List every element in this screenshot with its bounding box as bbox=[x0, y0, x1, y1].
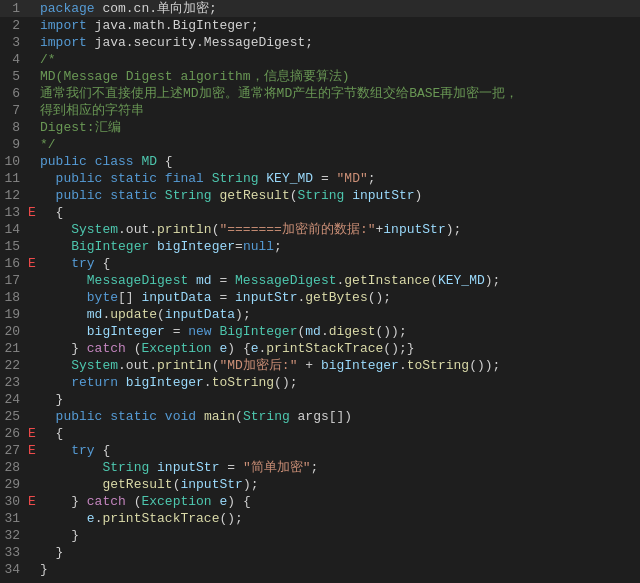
code-line: 7 得到相应的字符串 bbox=[0, 102, 640, 119]
line-content: import java.math.BigInteger; bbox=[36, 17, 640, 34]
line-content: byte[] inputData = inputStr.getBytes(); bbox=[36, 289, 640, 306]
line-number: 4 bbox=[0, 51, 28, 68]
line-content: BigInteger bigInteger=null; bbox=[36, 238, 640, 255]
gutter-marker bbox=[28, 85, 36, 102]
gutter-marker bbox=[28, 391, 36, 408]
line-content: } bbox=[36, 561, 640, 578]
gutter-marker bbox=[28, 544, 36, 561]
line-number: 22 bbox=[0, 357, 28, 374]
code-line: 18 byte[] inputData = inputStr.getBytes(… bbox=[0, 289, 640, 306]
code-line: 2 import java.math.BigInteger; bbox=[0, 17, 640, 34]
gutter-marker bbox=[28, 102, 36, 119]
gutter-marker bbox=[28, 17, 36, 34]
line-number: 21 bbox=[0, 340, 28, 357]
line-number: 3 bbox=[0, 34, 28, 51]
gutter-marker bbox=[28, 476, 36, 493]
line-content: bigInteger = new BigInteger(md.digest())… bbox=[36, 323, 640, 340]
line-content: MD(Message Digest algorithm，信息摘要算法) bbox=[36, 68, 640, 85]
code-line: 26E { bbox=[0, 425, 640, 442]
code-line: 9 */ bbox=[0, 136, 640, 153]
gutter-marker bbox=[28, 170, 36, 187]
gutter-marker bbox=[28, 119, 36, 136]
gutter-marker bbox=[28, 374, 36, 391]
code-line: 27E try { bbox=[0, 442, 640, 459]
gutter-marker bbox=[28, 459, 36, 476]
line-content: getResult(inputStr); bbox=[36, 476, 640, 493]
line-number: 34 bbox=[0, 561, 28, 578]
line-number: 18 bbox=[0, 289, 28, 306]
gutter-marker bbox=[28, 153, 36, 170]
gutter-marker bbox=[28, 357, 36, 374]
code-line: 12 public static String getResult(String… bbox=[0, 187, 640, 204]
line-content: public class MD { bbox=[36, 153, 640, 170]
line-number: 28 bbox=[0, 459, 28, 476]
line-content: System.out.println("=======加密前的数据:"+inpu… bbox=[36, 221, 640, 238]
code-line: 5 MD(Message Digest algorithm，信息摘要算法) bbox=[0, 68, 640, 85]
line-number: 30 bbox=[0, 493, 28, 510]
gutter-marker bbox=[28, 187, 36, 204]
code-line: 25 public static void main(String args[]… bbox=[0, 408, 640, 425]
line-number: 6 bbox=[0, 85, 28, 102]
line-number: 8 bbox=[0, 119, 28, 136]
gutter-marker: E bbox=[28, 442, 36, 459]
gutter-marker bbox=[28, 68, 36, 85]
line-number: 31 bbox=[0, 510, 28, 527]
line-number: 7 bbox=[0, 102, 28, 119]
line-number: 10 bbox=[0, 153, 28, 170]
line-content: } bbox=[36, 391, 640, 408]
line-content: 通常我们不直接使用上述MD加密。通常将MD产生的字节数组交给BASE再加密一把， bbox=[36, 85, 640, 102]
gutter-marker: E bbox=[28, 255, 36, 272]
gutter-marker bbox=[28, 221, 36, 238]
line-number: 12 bbox=[0, 187, 28, 204]
line-number: 24 bbox=[0, 391, 28, 408]
code-line: 15 BigInteger bigInteger=null; bbox=[0, 238, 640, 255]
line-number: 20 bbox=[0, 323, 28, 340]
code-line: 4 /* bbox=[0, 51, 640, 68]
line-content: Digest:汇编 bbox=[36, 119, 640, 136]
line-number: 5 bbox=[0, 68, 28, 85]
code-line: 22 System.out.println("MD加密后:" + bigInte… bbox=[0, 357, 640, 374]
gutter-marker bbox=[28, 136, 36, 153]
gutter-marker bbox=[28, 510, 36, 527]
code-line: 20 bigInteger = new BigInteger(md.digest… bbox=[0, 323, 640, 340]
gutter-marker bbox=[28, 306, 36, 323]
gutter-marker bbox=[28, 51, 36, 68]
line-number: 13 bbox=[0, 204, 28, 221]
line-content: System.out.println("MD加密后:" + bigInteger… bbox=[36, 357, 640, 374]
line-content: { bbox=[36, 425, 640, 442]
gutter-marker bbox=[28, 34, 36, 51]
line-content: 得到相应的字符串 bbox=[36, 102, 640, 119]
code-line: 32 } bbox=[0, 527, 640, 544]
code-line: 28 String inputStr = "简单加密"; bbox=[0, 459, 640, 476]
code-line: 19 md.update(inputData); bbox=[0, 306, 640, 323]
gutter-marker: E bbox=[28, 204, 36, 221]
gutter-marker: E bbox=[28, 425, 36, 442]
code-line: 1 package com.cn.单向加密; bbox=[0, 0, 640, 17]
code-line: 29 getResult(inputStr); bbox=[0, 476, 640, 493]
code-line: 16E try { bbox=[0, 255, 640, 272]
code-line: 33 } bbox=[0, 544, 640, 561]
line-content: md.update(inputData); bbox=[36, 306, 640, 323]
code-line: 23 return bigInteger.toString(); bbox=[0, 374, 640, 391]
line-content: */ bbox=[36, 136, 640, 153]
gutter-marker bbox=[28, 289, 36, 306]
line-content: String inputStr = "简单加密"; bbox=[36, 459, 640, 476]
line-number: 11 bbox=[0, 170, 28, 187]
line-content: public static String getResult(String in… bbox=[36, 187, 640, 204]
code-line: 17 MessageDigest md = MessageDigest.getI… bbox=[0, 272, 640, 289]
line-number: 17 bbox=[0, 272, 28, 289]
code-line: 24 } bbox=[0, 391, 640, 408]
gutter-marker bbox=[28, 0, 36, 17]
line-number: 27 bbox=[0, 442, 28, 459]
line-number: 19 bbox=[0, 306, 28, 323]
line-number: 33 bbox=[0, 544, 28, 561]
code-line: 6 通常我们不直接使用上述MD加密。通常将MD产生的字节数组交给BASE再加密一… bbox=[0, 85, 640, 102]
line-number: 15 bbox=[0, 238, 28, 255]
line-number: 16 bbox=[0, 255, 28, 272]
code-line: 14 System.out.println("=======加密前的数据:"+i… bbox=[0, 221, 640, 238]
line-number: 29 bbox=[0, 476, 28, 493]
line-number: 32 bbox=[0, 527, 28, 544]
line-content: public static void main(String args[]) bbox=[36, 408, 640, 425]
line-content: import java.security.MessageDigest; bbox=[36, 34, 640, 51]
gutter-marker bbox=[28, 340, 36, 357]
